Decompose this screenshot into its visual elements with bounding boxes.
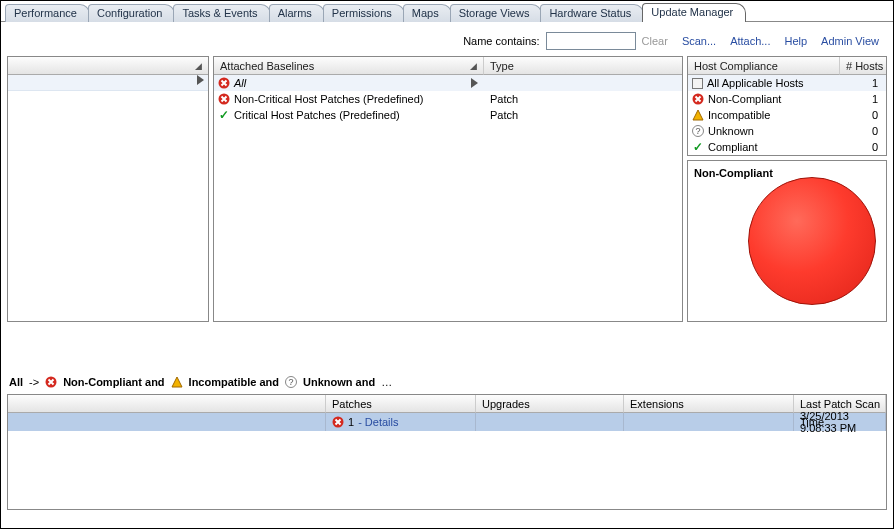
baseline-type: Patch [486, 109, 682, 121]
tab-permissions[interactable]: Permissions [323, 4, 405, 22]
warning-icon [171, 376, 183, 388]
details-header-upgrades[interactable]: Upgrades [476, 395, 624, 413]
filter-breadcrumb: All -> Non-Compliant and Incompatible an… [1, 322, 893, 394]
details-empty-area [8, 431, 886, 509]
patches-details-link[interactable]: - Details [358, 416, 398, 428]
tab-maps[interactable]: Maps [403, 4, 452, 22]
right-column: Host Compliance # Hosts All Applicable H… [687, 56, 887, 322]
compliance-label: Non-Compliant [708, 93, 781, 105]
warning-icon [692, 109, 704, 121]
baseline-name: Non-Critical Host Patches (Predefined) [234, 93, 424, 105]
error-icon [45, 376, 57, 388]
details-header-extensions[interactable]: Extensions [624, 395, 794, 413]
check-icon: ✓ [692, 141, 704, 153]
baselines-header-type[interactable]: Type [484, 57, 682, 75]
baselines-panel: Attached Baselines ◢ Type AllNon-Critica… [213, 56, 683, 322]
details-row-upgrades [476, 413, 624, 431]
compliance-label: Incompatible [708, 109, 770, 121]
compliance-count: 0 [840, 141, 886, 153]
details-header-patches[interactable]: Patches [326, 395, 476, 413]
unknown-icon: ? [692, 125, 704, 137]
compliance-row[interactable]: ?Unknown0 [688, 123, 886, 139]
clear-link[interactable]: Clear [642, 35, 668, 47]
compliance-label: All Applicable Hosts [707, 77, 804, 89]
svg-marker-3 [693, 110, 703, 120]
toolbar: Name contains: Clear Scan... Attach... H… [1, 22, 893, 56]
sort-indicator-icon: ◢ [195, 57, 202, 75]
name-contains-label: Name contains: [463, 35, 539, 47]
baseline-type: Patch [486, 93, 682, 105]
name-contains-input[interactable] [546, 32, 636, 50]
crumb-arrow: -> [29, 376, 39, 388]
error-icon [692, 93, 704, 105]
check-icon: ✓ [218, 109, 230, 121]
host-icon [692, 78, 703, 89]
name-filter-group: Name contains: Clear [463, 32, 668, 50]
tab-tasks-events[interactable]: Tasks & Events [173, 4, 270, 22]
compliance-count: 0 [840, 125, 886, 137]
baselines-header-name[interactable]: Attached Baselines ◢ [214, 57, 484, 75]
patches-count: 1 [348, 416, 354, 428]
compliance-header-count[interactable]: # Hosts [840, 57, 886, 75]
crumb-all[interactable]: All [9, 376, 23, 388]
arrow-right-icon [197, 75, 204, 85]
baseline-row[interactable]: All [214, 75, 682, 91]
details-row[interactable]: 1 - Details 3/25/2013 9:08:33 PM [8, 413, 886, 431]
details-row-time: 3/25/2013 9:08:33 PM [794, 413, 886, 431]
details-grid: Patches Upgrades Extensions Last Patch S… [7, 394, 887, 510]
baseline-name: Critical Host Patches (Predefined) [234, 109, 400, 121]
details-row-patches[interactable]: 1 - Details [326, 413, 476, 431]
crumb-ellipsis: … [381, 376, 392, 388]
compliance-count: 1 [840, 93, 886, 105]
main-region: ◢ Attached Baselines ◢ Type AllNon-Criti… [1, 56, 893, 322]
details-row-blank [8, 413, 326, 431]
noncompliant-circle-icon [748, 177, 876, 305]
tab-alarms[interactable]: Alarms [269, 4, 325, 22]
attach-link[interactable]: Attach... [730, 35, 770, 47]
compliance-row[interactable]: Incompatible0 [688, 107, 886, 123]
crumb-incompatible[interactable]: Incompatible and [189, 376, 279, 388]
left-row-active[interactable] [8, 75, 208, 91]
sort-indicator-icon: ◢ [470, 57, 477, 75]
compliance-visual-title: Non-Compliant [694, 167, 880, 179]
error-icon [218, 77, 230, 89]
tab-configuration[interactable]: Configuration [88, 4, 175, 22]
compliance-label: Unknown [708, 125, 754, 137]
crumb-noncompliant[interactable]: Non-Compliant and [63, 376, 164, 388]
left-panel: ◢ [7, 56, 209, 322]
tab-update-manager[interactable]: Update Manager [642, 3, 746, 22]
compliance-header-name[interactable]: Host Compliance [688, 57, 840, 75]
details-row-extensions [624, 413, 794, 431]
compliance-panel: Host Compliance # Hosts All Applicable H… [687, 56, 887, 156]
details-headers: Patches Upgrades Extensions Last Patch S… [8, 395, 886, 413]
tab-performance[interactable]: Performance [5, 4, 90, 22]
error-icon [218, 93, 230, 105]
admin-view-link[interactable]: Admin View [821, 35, 879, 47]
scan-link[interactable]: Scan... [682, 35, 716, 47]
compliance-row[interactable]: All Applicable Hosts1 [688, 75, 886, 91]
tab-strip: PerformanceConfigurationTasks & EventsAl… [1, 2, 893, 22]
arrow-right-icon [471, 78, 478, 88]
compliance-row[interactable]: ✓Compliant0 [688, 139, 886, 155]
compliance-count: 0 [840, 109, 886, 121]
svg-marker-5 [172, 377, 182, 387]
tab-storage-views[interactable]: Storage Views [450, 4, 543, 22]
details-header-blank[interactable] [8, 395, 326, 413]
help-link[interactable]: Help [784, 35, 807, 47]
compliance-row[interactable]: Non-Compliant1 [688, 91, 886, 107]
tab-hardware-status[interactable]: Hardware Status [540, 4, 644, 22]
compliance-label: Compliant [708, 141, 758, 153]
unknown-icon: ? [285, 376, 297, 388]
error-icon [332, 416, 344, 428]
compliance-count: 1 [840, 77, 886, 89]
crumb-unknown[interactable]: Unknown and [303, 376, 375, 388]
compliance-visual: Non-Compliant [687, 160, 887, 322]
baseline-row[interactable]: Non-Critical Host Patches (Predefined)Pa… [214, 91, 682, 107]
baseline-name: All [234, 77, 246, 89]
left-col-header[interactable]: ◢ [8, 57, 208, 75]
baseline-row[interactable]: ✓Critical Host Patches (Predefined)Patch [214, 107, 682, 123]
